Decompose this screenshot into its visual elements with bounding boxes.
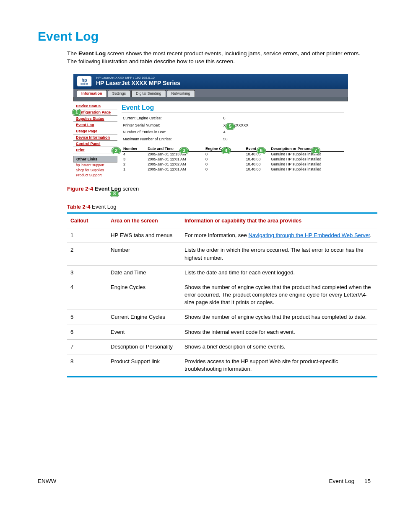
callout-bubble-2: 2 (112, 147, 121, 154)
table-cell: Genuine HP supplies installed (269, 151, 344, 157)
sidebar-item-event-log[interactable]: Event Log (73, 122, 117, 128)
ews-product-name: HP LaserJet XXXX MFP Series (96, 80, 180, 87)
th-info: Information or capability that the area … (181, 213, 377, 228)
ews-breadcrumb: HP LaserJet XXXX MFP / 192.168.0.10 (96, 76, 180, 80)
page-heading: Event Log (38, 29, 375, 44)
cell-info: Shows the number of engine cycles that t… (181, 310, 377, 325)
cell-callout: 1 (67, 228, 107, 243)
cell-callout: 4 (67, 280, 107, 310)
cell-info: Lists the date and time for each event l… (181, 265, 377, 280)
cell-callout: 2 (67, 243, 107, 265)
table-cell: 10.40.00 (244, 157, 270, 162)
stat-cec-label: Current Engine Cycles: (122, 115, 222, 121)
tab-digital-sending[interactable]: Digital Sending (131, 90, 166, 97)
table-cell: 2 (122, 162, 146, 167)
cell-info: Shows the number of engine cycles that t… (181, 280, 377, 310)
cell-callout: 7 (67, 339, 107, 354)
stat-mne-value: 50 (223, 136, 249, 142)
callout-table: Callout Area on the screen Information o… (67, 212, 377, 377)
hp-logo-text: hp (81, 77, 87, 83)
ews-event-table: Number Date and Time Engine Cycles Event… (122, 146, 344, 172)
sidebar-item-supplies-status[interactable]: Supplies Status (73, 116, 117, 122)
col-number: Number (122, 146, 146, 151)
intro-paragraph: The Event Log screen shows the most rece… (67, 50, 366, 66)
table-cell: 2005-Jan-01 12:02 AM (146, 162, 204, 167)
table-cell: 2005-Jan-01 12:01 AM (146, 157, 204, 162)
col-description: Description or Personality (269, 146, 344, 151)
table-row: 1HP EWS tabs and menusFor more informati… (67, 228, 377, 243)
callout-bubble-7: 7 (311, 147, 320, 154)
table-row: 42005-Jan-01 12:13 AM010.40.00Genuine HP… (122, 151, 344, 157)
table-cell: 3 (122, 157, 146, 162)
callout-bubble-6: 6 (257, 147, 266, 154)
sidebar-item-usage-page[interactable]: Usage Page (73, 128, 117, 134)
intro-bold: Event Log (78, 50, 106, 57)
cell-info: For more information, see Navigating thr… (181, 228, 377, 243)
table-caption: Table 2-4 Event Log (67, 204, 375, 210)
sidebar-other-links-head: Other Links (73, 156, 117, 163)
tab-settings[interactable]: Settings (108, 90, 131, 97)
tab-networking[interactable]: Networking (167, 90, 195, 97)
link-product-support[interactable]: Product Support (73, 173, 117, 178)
cell-area: Engine Cycles (107, 280, 181, 310)
ews-tabs: Information Settings Digital Sending Net… (73, 89, 348, 97)
cell-area: Number (107, 243, 181, 265)
callout-bubble-8: 8 (110, 191, 119, 197)
cell-info: Shows the internal event code for each e… (181, 325, 377, 339)
table-cell: Genuine HP supplies installed (269, 157, 344, 162)
table-row: 5Current Engine CyclesShows the number o… (67, 310, 377, 325)
cell-callout: 8 (67, 354, 107, 377)
link-navigate-ews[interactable]: Navigating through the HP Embedded Web S… (248, 232, 370, 238)
link-shop-for-supplies[interactable]: Shop for Supplies (73, 168, 117, 173)
cell-callout: 5 (67, 310, 107, 325)
intro-post: screen shows the most recent product eve… (67, 50, 360, 65)
cell-info: Lists the order in which the errors occu… (181, 243, 377, 265)
callout-bubble-1: 1 (72, 109, 81, 116)
table-row: 3Date and TimeLists the date and time fo… (67, 265, 377, 280)
table-row: 4Engine CyclesShows the number of engine… (67, 280, 377, 310)
stat-neu-label: Number of Entries in Use: (122, 129, 222, 135)
sidebar-item-control-panel[interactable]: Control Panel (73, 141, 117, 147)
table-cell: Genuine HP supplies installed (269, 167, 344, 172)
link-hp-instant-support[interactable]: hp instant support (73, 163, 117, 168)
page-footer: ENWW Event Log 15 (25, 478, 375, 484)
tab-information[interactable]: Information (77, 90, 107, 97)
callout-bubble-5: 5 (226, 123, 235, 130)
cell-area: Product Support link (107, 354, 181, 377)
table-row: 22005-Jan-01 12:02 AM010.40.00Genuine HP… (122, 162, 344, 167)
stat-mne-label: Maximum Number of Entries: (122, 136, 222, 142)
table-row: 12005-Jan-01 12:01 AM010.40.00Genuine HP… (122, 167, 344, 172)
ews-header: hp invent HP LaserJet XXXX MFP / 192.168… (73, 74, 348, 89)
table-cell: Genuine HP supplies installed (269, 162, 344, 167)
sidebar-item-device-status[interactable]: Device Status (73, 103, 117, 109)
th-callout: Callout (67, 213, 107, 228)
table-cell: 10.40.00 (244, 167, 270, 172)
text-span: For more information, see (184, 232, 248, 238)
table-cell: 1 (122, 167, 146, 172)
ews-main: Event Log Current Engine Cycles:0 Printe… (117, 101, 348, 179)
ews-subbar (73, 97, 348, 101)
sidebar-item-device-information[interactable]: Device Information (73, 134, 117, 141)
figure-rest: screen (121, 186, 139, 192)
figure-number: Figure 2-4 (67, 186, 93, 192)
cell-area: Date and Time (107, 265, 181, 280)
intro-pre: The (67, 50, 78, 57)
footer-left: ENWW (38, 478, 56, 484)
table-number: Table 2-4 (67, 204, 90, 210)
cell-area: Description or Personality (107, 339, 181, 354)
callout-bubble-4: 4 (221, 147, 231, 154)
footer-section: Event Log (329, 478, 354, 484)
sidebar-item-print[interactable]: Print (73, 147, 117, 153)
table-cell: 0 (204, 167, 244, 172)
callout-bubble-3: 3 (179, 147, 189, 154)
text-span: . (370, 232, 371, 238)
table-row: 2NumberLists the order in which the erro… (67, 243, 377, 265)
col-date-time: Date and Time (146, 146, 204, 151)
cell-area: Event (107, 325, 181, 339)
table-caption-rest: Event Log (90, 204, 116, 210)
cell-area: HP EWS tabs and menus (107, 228, 181, 243)
table-cell: 0 (204, 162, 244, 167)
footer-page-number: 15 (364, 478, 371, 484)
table-cell: 2005-Jan-01 12:01 AM (146, 167, 204, 172)
cell-callout: 3 (67, 265, 107, 280)
